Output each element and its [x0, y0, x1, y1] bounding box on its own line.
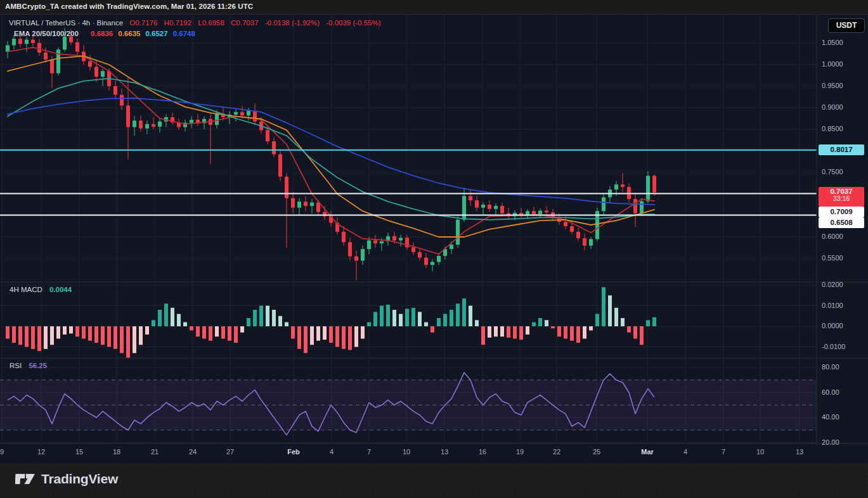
macd-bar [532, 322, 536, 327]
ema-legend[interactable]: EMA 20/50/100/200 0.68360.66350.65270.67… [9, 30, 195, 37]
macd-bar [113, 326, 117, 349]
rsi-axis-label: 40.00 [822, 413, 864, 421]
candle-up [145, 124, 149, 129]
price-axis-label: 1.0000 [822, 60, 864, 68]
time-axis-month-label: Mar [641, 448, 654, 456]
ema-legend-label: EMA 20/50/100/200 [14, 30, 79, 37]
symbol-title[interactable]: VIRTUAL / TetherUS [9, 19, 75, 27]
macd-bar [209, 326, 212, 341]
candle-up [462, 196, 466, 219]
macd-bar [462, 298, 466, 326]
macd-bar [583, 326, 586, 339]
candle-down [18, 39, 22, 44]
macd-bar [354, 326, 358, 347]
macd-bar [291, 326, 295, 339]
macd-axis-label: 0.0200 [822, 281, 864, 288]
macd-axis-label: 0.0100 [822, 302, 864, 309]
macd-bar [418, 312, 422, 326]
candle-down [424, 258, 428, 265]
macd-bar [526, 326, 529, 335]
time-axis-label: 25 [593, 448, 600, 456]
macd-bar [63, 326, 67, 335]
candle-up [25, 40, 29, 44]
candle-down [488, 205, 491, 209]
candle-up [310, 203, 314, 206]
macd-bar [450, 310, 453, 326]
tradingview-logo[interactable]: TradingView [15, 471, 118, 487]
macd-bar [348, 326, 352, 350]
macd-bar [475, 320, 479, 326]
candle-up [247, 111, 250, 115]
macd-bar [247, 318, 250, 326]
candle-up [190, 120, 193, 123]
candle-down [583, 238, 586, 246]
candle-down [253, 111, 257, 122]
macd-bar [12, 326, 16, 343]
macd-label: 4H MACD [10, 286, 42, 293]
macd-pane-legend[interactable]: 4H MACD 0.0044 [10, 286, 72, 293]
macd-bar [164, 303, 168, 326]
candle-down [373, 240, 377, 243]
candle-down [37, 43, 41, 53]
candle-down [652, 176, 656, 192]
macd-bar [589, 326, 593, 331]
ema-legend-value: 0.6527 [145, 30, 167, 37]
macd-bar [152, 320, 155, 326]
rsi-axis-label: 60.00 [822, 388, 864, 396]
level-badge-0.6508: 0.6508 [819, 217, 864, 228]
candle-down [94, 67, 98, 77]
macd-bar [304, 326, 308, 353]
price-axis-label: 0.9500 [822, 82, 864, 89]
time-axis-label: 10 [756, 448, 764, 456]
level-badge-0.8017: 0.8017 [819, 144, 864, 155]
level-badge-0.7009: 0.7009 [819, 207, 864, 217]
candle-up [158, 122, 162, 127]
macd-bar [285, 322, 288, 327]
macd-bar [215, 326, 219, 336]
macd-pane[interactable] [6, 287, 656, 359]
rsi-pane-legend[interactable]: RSI 56.25 [10, 362, 47, 369]
candle-up [399, 238, 403, 240]
macd-bar [221, 326, 225, 339]
macd-bar [411, 308, 415, 326]
macd-bar [56, 326, 60, 339]
macd-bar [380, 306, 384, 327]
candle-down [139, 120, 143, 128]
price-axis-label: 0.6000 [822, 233, 864, 240]
macd-bar [44, 326, 48, 349]
candle-down [113, 86, 117, 95]
macd-bar [488, 326, 491, 338]
candle-down [469, 196, 472, 200]
macd-bar [297, 326, 301, 349]
bar-countdown: 33:16 [819, 195, 864, 202]
macd-bar [278, 316, 282, 326]
macd-bar [190, 326, 193, 331]
macd-bar [37, 326, 41, 351]
candle-up [6, 45, 10, 51]
time-axis-label: 18 [113, 448, 120, 456]
macd-bar [545, 320, 548, 326]
candle-up [640, 201, 644, 214]
macd-bar [627, 326, 631, 333]
time-axis-label: 4 [683, 448, 687, 456]
price-pane[interactable] [0, 28, 817, 280]
macd-bar [69, 326, 73, 333]
macd-bar [228, 326, 231, 341]
macd-bar [538, 318, 542, 326]
candle-down [570, 226, 574, 232]
candle-up [646, 176, 650, 201]
ema-line-2 [8, 56, 654, 237]
rsi-pane[interactable] [0, 373, 817, 435]
macd-bar [513, 326, 517, 339]
symbol-legend[interactable]: VIRTUAL / TetherUS · 4h · Binance O0.717… [9, 19, 381, 27]
macd-bar [139, 326, 143, 345]
rsi-label: RSI [10, 362, 22, 369]
time-axis-month-label: Feb [287, 448, 300, 456]
candle-down [564, 222, 567, 226]
chart-canvas[interactable] [0, 14, 868, 463]
macd-bar [50, 326, 54, 345]
time-axis-label: 21 [151, 448, 159, 456]
macd-axis-label: -0.0100 [822, 343, 864, 350]
macd-axis-label: 0.0000 [822, 322, 864, 329]
currency-toggle[interactable]: USDT [828, 18, 865, 33]
